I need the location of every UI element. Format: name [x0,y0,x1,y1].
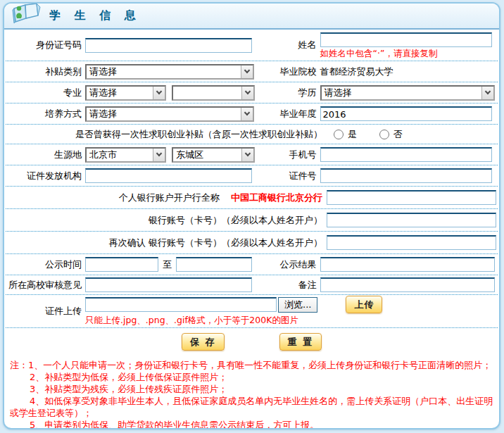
origin-district-value: 东城区 [173,149,241,161]
cert-issuer-input[interactable] [85,168,252,183]
bank-branch-hint: 中国工商银行北京分行 [231,192,322,203]
upload-button[interactable]: 上传 [346,296,382,313]
publicity-time-label: 公示时间 [7,258,85,271]
publicity-result-label: 公示结果 [252,258,320,271]
origin-province-value: 北京市 [87,149,153,161]
subsidy-yes-label: 是 [348,128,357,141]
chevron-down-icon [153,149,165,161]
cert-issuer-label: 证件发放机构 [7,170,85,182]
origin-district-select[interactable]: 东城区 [172,147,255,163]
major-select-1[interactable]: 请选择 [85,85,166,101]
training-mode-value: 请选择 [87,108,241,120]
browse-button[interactable]: 浏览... [278,297,317,313]
upload-note: 只能上传.jpg、.png、.gif格式，小于等于200K的图片 [85,315,382,327]
origin-province-select[interactable]: 北京市 [85,147,166,163]
subsidy-no-radio[interactable] [379,130,389,139]
reset-button[interactable]: 重 置 [279,333,322,351]
note-4: 4、如低保享受对象非毕业生本人，且低保证家庭成员名单内无毕业生姓名的，需上传关系… [10,395,493,419]
school-label: 毕业院校 [252,65,320,78]
note-2: 2、补贴类型为低保，必须上传低保证原件照片； [10,371,493,383]
row-upload: 证件上传 浏览... 上传 只能上传.jpg、.png、.gif格式，小于等于2… [6,295,498,328]
chevron-down-icon [241,108,253,120]
remark-input[interactable] [320,277,495,292]
row-major-degree: 专业 请选择 学历 请选择 [6,82,498,103]
student-form: 身份证号码 姓名 如姓名中包含“·”，请直接复制 补贴类别 请选择 [4,30,499,354]
major-select-2[interactable] [172,85,255,101]
open-book-icon [10,2,41,27]
bank-branch-label: 个人银行账户开户行全称 [119,192,220,203]
row-bank-branch: 个人银行账户开户行全称 中国工商银行北京分行 [6,187,498,209]
subsidy-type-select[interactable]: 请选择 [85,64,254,80]
publicity-to-label: 至 [163,258,172,271]
grad-year-label: 毕业年度 [252,108,320,120]
row-one-time-subsidy: 是否曾获得一次性求职创业补贴（含原一次性求职创业补贴） 是 否 [6,125,498,144]
school-review-label: 所在高校审核意见 [7,279,85,291]
page-header: 学 生 信 息 [4,4,499,30]
row-bank-account-confirm: 再次确认 银行账号（卡号）（必须以本人姓名开户） [6,232,498,254]
upload-filename-input[interactable] [85,297,277,312]
row-origin-mobile: 生源地 北京市 东城区 手机号 [6,144,498,165]
row-subsidy-school: 补贴类别 请选择 毕业院校 首都经济贸易大学 [6,61,498,82]
training-mode-select[interactable]: 请选择 [85,106,254,122]
row-publicity: 公示时间 至 公示结果 [6,254,498,275]
note-1: 注：1、一个人只能申请一次；身份证和银行卡号，具有唯一性不能重复，必须上传身份证… [10,359,493,371]
row-bank-account: 银行账号（卡号）（必须以本人姓名开户） [6,209,498,232]
major-label: 专业 [7,87,85,99]
subsidy-type-label: 补贴类别 [7,65,85,78]
bank-account-confirm-label: 再次确认 银行账号（卡号）（必须以本人姓名开户） [7,237,327,249]
school-value: 首都经济贸易大学 [320,65,393,78]
cert-upload-label: 证件上传 [7,305,85,318]
student-info-panel: 学 生 信 息 身份证号码 姓名 如姓名中包含“·”，请直接复制 补贴类别 请选 [3,2,500,429]
degree-select[interactable]: 请选择 [320,85,495,101]
school-review-input[interactable] [85,277,252,292]
major-value-2 [173,87,241,99]
mobile-label: 手机号 [252,149,320,161]
origin-label: 生源地 [7,149,85,161]
publicity-start-input[interactable] [85,257,158,272]
footer-notes: 注：1、一个人只能申请一次；身份证和银行卡号，具有唯一性不能重复，必须上传身份证… [4,354,499,429]
subsidy-no-label: 否 [393,128,403,141]
name-note: 如姓名中包含“·”，请直接复制 [320,48,438,60]
chevron-down-icon [153,87,165,99]
remark-label: 备注 [252,279,320,291]
row-id-name: 身份证号码 姓名 如姓名中包含“·”，请直接复制 [6,30,498,61]
row-training-year: 培养方式 请选择 毕业年度 [6,103,498,125]
bank-branch-input[interactable] [327,190,496,205]
cert-number-label: 证件号 [252,170,320,182]
row-actions: 保 存 重 置 [6,328,498,354]
one-time-subsidy-label: 是否曾获得一次性求职创业补贴（含原一次性求职创业补贴） [7,128,327,141]
mobile-input[interactable] [320,147,492,162]
row-cert: 证件发放机构 证件号 [6,165,498,187]
bank-account-input[interactable] [327,213,496,227]
name-input[interactable] [320,32,492,47]
id-number-label: 身份证号码 [7,39,85,51]
note-3: 3、补贴类型为残疾，必须上传残疾证原件照片； [10,383,493,395]
bank-account-label: 银行账号（卡号）（必须以本人姓名开户） [7,214,327,227]
publicity-result-input[interactable] [320,257,495,272]
note-5: 5、申请类别为低保、助学贷款的毕业生信息需公示结束后，方可上报。 [10,419,493,429]
save-button[interactable]: 保 存 [182,333,225,351]
chevron-down-icon [241,65,253,78]
degree-value: 请选择 [322,87,481,99]
row-review-remark: 所在高校审核意见 备注 [6,275,498,295]
training-mode-label: 培养方式 [7,108,85,120]
name-label: 姓名 [252,39,320,51]
subsidy-yes-radio[interactable] [334,130,344,139]
grad-year-input[interactable] [320,106,492,121]
degree-label: 学历 [252,87,320,99]
id-number-input[interactable] [85,38,252,53]
major-value-1: 请选择 [87,87,153,99]
chevron-down-icon [481,87,493,99]
cert-number-input[interactable] [320,168,492,183]
publicity-end-input[interactable] [176,257,252,272]
page-title: 学 生 信 息 [49,8,141,23]
subsidy-type-value: 请选择 [87,65,241,78]
bank-account-confirm-input[interactable] [327,235,496,250]
